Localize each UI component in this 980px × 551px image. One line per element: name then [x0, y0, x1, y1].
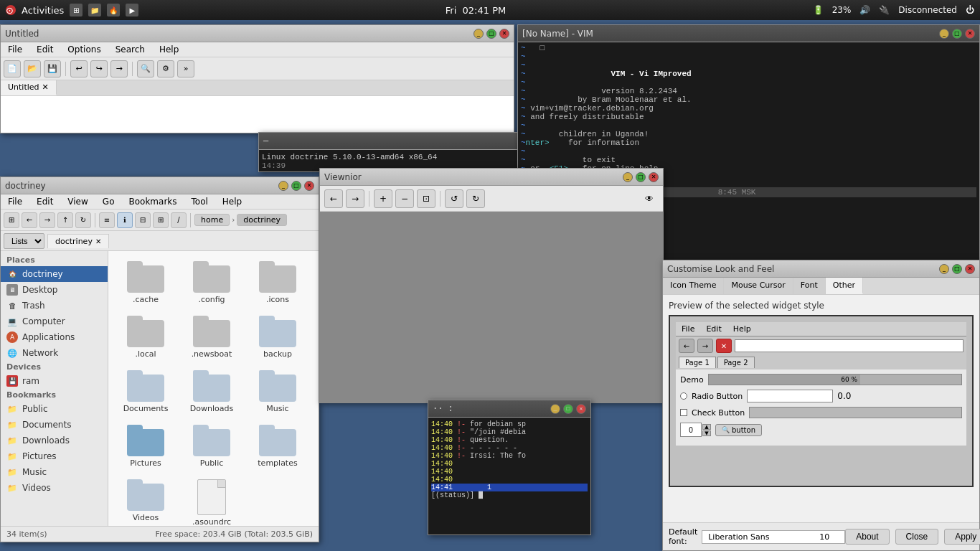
- fm-sidebar-doctriney[interactable]: 🏠 doctriney: [1, 266, 108, 282]
- wp-address-input[interactable]: [735, 339, 963, 352]
- fm-path-doctriney[interactable]: doctriney: [237, 214, 287, 226]
- fm-menu-go[interactable]: Go: [100, 196, 118, 207]
- wp-tab-page1[interactable]: Page 1: [679, 357, 716, 368]
- fm-sidebar-computer[interactable]: 💻 Computer: [1, 314, 108, 329]
- gedit-minimize-btn[interactable]: _: [473, 29, 484, 39]
- fm-view-info-btn[interactable]: ℹ: [117, 212, 133, 228]
- wp-fwd-btn[interactable]: →: [697, 339, 713, 353]
- vim-minimize-btn[interactable]: _: [939, 29, 949, 39]
- fm-sidebar-applications[interactable]: A Applications: [1, 329, 108, 345]
- customize-tab-mousecursor[interactable]: Mouse Cursor: [724, 278, 793, 294]
- gedit-search-btn[interactable]: 🔍: [137, 60, 154, 77]
- fm-sidebar-downloads[interactable]: 📁 Downloads: [1, 433, 108, 448]
- close-btn[interactable]: Close: [895, 529, 939, 545]
- about-btn[interactable]: About: [845, 529, 889, 545]
- gedit-menu-file[interactable]: File: [5, 44, 25, 55]
- gedit-editor[interactable]: [1, 96, 514, 133]
- gedit-tab-close[interactable]: ✕: [42, 83, 49, 92]
- fm-doctriney-tab[interactable]: doctriney ✕: [47, 234, 109, 248]
- fm-view-list-btn[interactable]: ≡: [99, 212, 115, 228]
- fm-sidebar-music[interactable]: 📁 Music: [1, 464, 108, 480]
- wp-slider[interactable]: [749, 407, 962, 418]
- customize-close-btn[interactable]: ✕: [965, 264, 975, 274]
- vw-forward-btn[interactable]: →: [346, 189, 364, 208]
- viewnior-close-btn[interactable]: ✕: [649, 172, 659, 182]
- vim-close-btn[interactable]: ✕: [965, 29, 975, 39]
- gedit-maximize-btn[interactable]: □: [486, 29, 496, 39]
- terminal2-content[interactable]: 14:40 !- for debian sp 14:40 !- "/join #…: [428, 418, 590, 534]
- wp-checkbox[interactable]: [680, 409, 687, 416]
- customize-maximize-btn[interactable]: □: [952, 264, 962, 274]
- fm-icon-btn[interactable]: ⊞: [4, 212, 19, 228]
- gedit-close-btn[interactable]: ✕: [499, 29, 509, 39]
- gedit-more-btn[interactable]: »: [177, 60, 194, 77]
- wp-spinner-input[interactable]: [680, 423, 702, 437]
- wp-menu-help[interactable]: Help: [730, 324, 754, 334]
- fm-lists-select[interactable]: Lists: [4, 233, 44, 249]
- viewnior-minimize-btn[interactable]: _: [623, 172, 633, 182]
- fm-file-downloads[interactable]: Downloads: [180, 366, 243, 418]
- fm-menu-file[interactable]: File: [5, 196, 25, 207]
- customize-tab-icontheme[interactable]: Icon Theme: [663, 278, 724, 294]
- vw-back-btn[interactable]: ←: [324, 189, 343, 208]
- power-icon[interactable]: ⏻: [966, 5, 974, 15]
- fm-menu-bookmarks[interactable]: Bookmarks: [126, 196, 179, 207]
- wp-button[interactable]: 🔍 button: [715, 424, 762, 436]
- fm-path-home[interactable]: home: [194, 214, 230, 226]
- apply-btn[interactable]: Apply: [944, 529, 980, 545]
- terminal2-close-btn[interactable]: ✕: [576, 404, 586, 414]
- fm-file-cache[interactable]: .cache: [114, 257, 177, 309]
- fm-sidebar-trash[interactable]: 🗑 Trash: [1, 298, 108, 314]
- fm-menu-tool[interactable]: Tool: [189, 196, 211, 207]
- fm-filter-btn[interactable]: /: [171, 212, 187, 228]
- taskbar-files-icon[interactable]: 📁: [88, 4, 101, 17]
- fm-file-local[interactable]: .local: [114, 311, 177, 363]
- fm-file-templates[interactable]: templates: [246, 420, 309, 472]
- fm-sidebar-network[interactable]: 🌐 Network: [1, 345, 108, 361]
- fm-file-newsboat[interactable]: .newsboat: [180, 311, 243, 363]
- vw-rotate-left-btn[interactable]: ↺: [445, 189, 463, 208]
- customize-tab-font[interactable]: Font: [793, 278, 826, 294]
- customize-tab-other[interactable]: Other: [826, 278, 863, 294]
- viewnior-content[interactable]: [320, 212, 663, 402]
- wp-close-btn[interactable]: ✕: [716, 339, 732, 353]
- vim-maximize-btn[interactable]: □: [952, 29, 962, 39]
- gedit-redo-btn[interactable]: ↪: [90, 60, 108, 77]
- fm-menu-help[interactable]: Help: [220, 196, 245, 207]
- filemanager-minimize-btn[interactable]: _: [278, 181, 288, 191]
- fm-view-compact-btn[interactable]: ⊟: [135, 212, 151, 228]
- wp-spinner-down[interactable]: ▼: [702, 430, 711, 436]
- activities-label[interactable]: Activities: [22, 5, 64, 16]
- taskbar-firefox-icon[interactable]: 🔥: [107, 4, 120, 17]
- filemanager-maximize-btn[interactable]: □: [291, 181, 301, 191]
- vw-zoom-in-btn[interactable]: +: [374, 189, 392, 208]
- gedit-save-btn[interactable]: 💾: [44, 60, 61, 77]
- wp-menu-file[interactable]: File: [679, 324, 697, 334]
- vw-fit-btn[interactable]: ⊡: [417, 189, 435, 208]
- fm-tab-close[interactable]: ✕: [95, 237, 101, 245]
- fm-file-public[interactable]: Public: [180, 420, 243, 472]
- fm-sidebar-videos[interactable]: 📁 Videos: [1, 480, 108, 496]
- fm-refresh-btn[interactable]: ↻: [75, 212, 91, 228]
- fm-file-pictures[interactable]: Pictures: [114, 420, 177, 472]
- fm-file-music[interactable]: Music: [246, 366, 309, 418]
- gedit-forward-btn[interactable]: →: [110, 60, 128, 77]
- filemanager-close-btn[interactable]: ✕: [304, 181, 314, 191]
- gedit-undo-btn[interactable]: ↩: [70, 60, 88, 77]
- fm-file-asoundrc[interactable]: .asoundrc: [180, 475, 243, 526]
- fm-file-videos[interactable]: Videos: [114, 475, 177, 526]
- vw-zoom-out-btn[interactable]: −: [395, 189, 414, 208]
- fm-sidebar-desktop[interactable]: 🖥 Desktop: [1, 282, 108, 298]
- fm-back-btn[interactable]: ←: [22, 212, 37, 228]
- wp-tab-page2[interactable]: Page 2: [717, 357, 755, 368]
- taskbar-apps-icon[interactable]: ⊞: [70, 4, 83, 17]
- fm-sidebar-public[interactable]: 📁 Public: [1, 401, 108, 417]
- gedit-tab[interactable]: Untitled ✕: [1, 80, 57, 95]
- fm-sidebar-documents[interactable]: 📁 Documents: [1, 417, 108, 433]
- fm-file-config[interactable]: .config: [180, 257, 243, 309]
- fm-up-btn[interactable]: ↑: [57, 212, 73, 228]
- fm-sidebar-ram[interactable]: 💾 ram: [1, 373, 108, 389]
- gedit-new-btn[interactable]: 📄: [4, 60, 21, 77]
- taskbar-terminal-icon[interactable]: ▶: [126, 4, 138, 17]
- fm-view-grid-btn[interactable]: ⊞: [153, 212, 169, 228]
